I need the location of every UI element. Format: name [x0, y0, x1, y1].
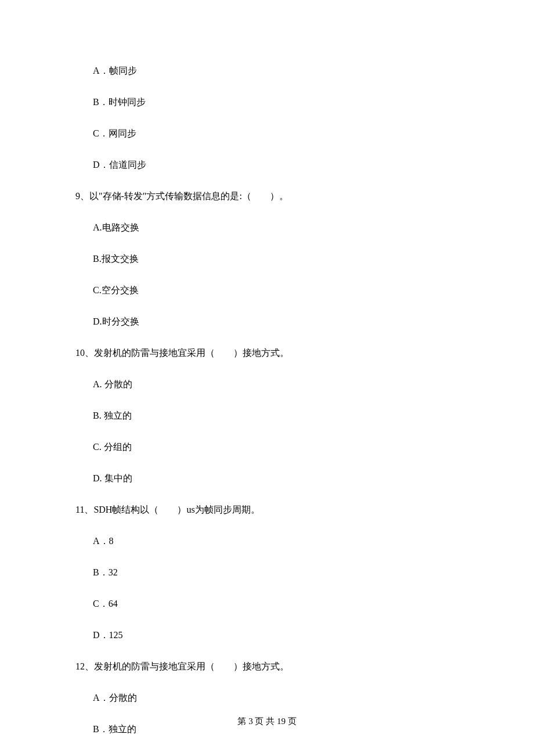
q11-option-a: A．8 [75, 534, 459, 548]
q10-option-d: D. 集中的 [75, 471, 459, 485]
q10-option-b: B. 独立的 [75, 409, 459, 423]
q9-option-a: A.电路交换 [75, 221, 459, 235]
q9-option-c: C.空分交换 [75, 283, 459, 297]
page-footer: 第 3 页 共 19 页 [0, 716, 534, 727]
document-content: A．帧同步 B．时钟同步 C．网同步 D．信道同步 9、以"存储-转发"方式传输… [75, 64, 459, 756]
q10-text: 10、发射机的防雷与接地宜采用（ ）接地方式。 [75, 346, 459, 360]
q11-text: 11、SDH帧结构以（ ）us为帧同步周期。 [75, 503, 459, 517]
q8-option-b: B．时钟同步 [75, 95, 459, 109]
q10-option-a: A. 分散的 [75, 377, 459, 391]
q11-option-c: C．64 [75, 597, 459, 611]
q12-text: 12、发射机的防雷与接地宜采用（ ）接地方式。 [75, 660, 459, 674]
q10-option-c: C. 分组的 [75, 440, 459, 454]
q12-option-a: A．分散的 [75, 691, 459, 705]
q9-text: 9、以"存储-转发"方式传输数据信息的是:（ ）。 [75, 189, 459, 203]
q8-option-d: D．信道同步 [75, 158, 459, 172]
q8-option-c: C．网同步 [75, 127, 459, 141]
q11-option-b: B．32 [75, 566, 459, 579]
q9-option-b: B.报文交换 [75, 252, 459, 266]
q9-option-d: D.时分交换 [75, 315, 459, 329]
q11-option-d: D．125 [75, 628, 459, 642]
q8-option-a: A．帧同步 [75, 64, 459, 78]
q12-option-c: C．分组的 [75, 754, 459, 756]
